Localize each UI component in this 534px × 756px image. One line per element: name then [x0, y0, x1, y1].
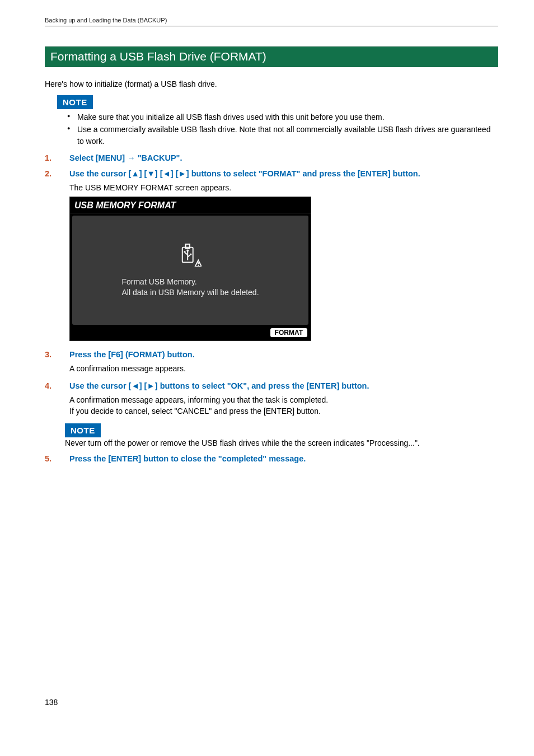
device-screen: USB MEMORY FORMAT — [69, 197, 311, 341]
step-number: 4. — [45, 381, 69, 390]
step-5: 5. Press the [ENTER] button to close the… — [45, 454, 498, 463]
step-text: Press the [ENTER] button to close the "c… — [69, 454, 498, 463]
step-2: 2. Use the cursor [▲] [▼] [◄] [►] button… — [45, 169, 498, 178]
step-number: 5. — [45, 454, 69, 463]
device-screen-body: Format USB Memory. All data in USB Memor… — [72, 216, 308, 325]
running-header: Backing up and Loading the Data (BACKUP) — [45, 17, 498, 26]
step-text: Use the cursor [◄] [►] buttons to select… — [69, 381, 498, 390]
usb-warning-icon — [179, 243, 202, 269]
note-badge: NOTE — [57, 95, 93, 109]
svg-point-5 — [186, 250, 189, 252]
note-bullet: Make sure that you initialize all USB fl… — [77, 111, 498, 123]
step-4: 4. Use the cursor [◄] [►] buttons to sel… — [45, 381, 498, 390]
svg-point-3 — [189, 246, 190, 247]
device-screen-title: USB MEMORY FORMAT — [70, 197, 311, 213]
step-text: Press the [F6] (FORMAT) button. — [69, 350, 498, 359]
step-number: 3. — [45, 350, 69, 359]
step-1: 1. Select [MENU] → "BACKUP". — [45, 153, 498, 162]
step-number: 1. — [45, 153, 69, 162]
svg-point-9 — [190, 254, 191, 255]
step-number: 2. — [45, 169, 69, 178]
device-screen-line1: Format USB Memory. — [121, 277, 259, 287]
page-number: 138 — [45, 698, 58, 707]
note-bullet: Use a commercially available USB flash d… — [77, 124, 498, 147]
page: Backing up and Loading the Data (BACKUP)… — [0, 0, 534, 756]
step-2-sub: The USB MEMORY FORMAT screen appears. — [69, 183, 498, 194]
step-text: Use the cursor [▲] [▼] [◄] [►] buttons t… — [69, 169, 498, 178]
svg-rect-7 — [184, 251, 186, 253]
step-text: Select [MENU] → "BACKUP". — [69, 153, 498, 162]
note2-text: Never turn off the power or remove the U… — [65, 438, 498, 447]
intro-text: Here's how to initialize (format) a USB … — [45, 80, 498, 88]
device-screen-message: Format USB Memory. All data in USB Memor… — [121, 277, 259, 298]
section-title: Formatting a USB Flash Drive (FORMAT) — [45, 46, 498, 67]
format-button[interactable]: FORMAT — [270, 328, 307, 337]
device-screen-line2: All data in USB Memory will be deleted. — [121, 287, 259, 298]
svg-point-2 — [186, 246, 187, 247]
step-3: 3. Press the [F6] (FORMAT) button. — [45, 350, 498, 359]
step-4-sub1: A confirmation message appears, informin… — [69, 395, 498, 406]
note-badge: NOTE — [65, 423, 101, 437]
step-4-sub2: If you decide to cancel, select "CANCEL"… — [69, 406, 498, 417]
svg-point-12 — [198, 265, 199, 266]
step-3-sub: A confirmation message appears. — [69, 363, 498, 375]
arrow-icon: → — [127, 153, 135, 162]
step-text-post: "BACKUP". — [135, 153, 182, 162]
note-bullet-list: Make sure that you initialize all USB fl… — [45, 111, 498, 147]
step-text-pre: Select [MENU] — [69, 153, 127, 162]
device-screen-footer: FORMAT — [70, 325, 311, 340]
